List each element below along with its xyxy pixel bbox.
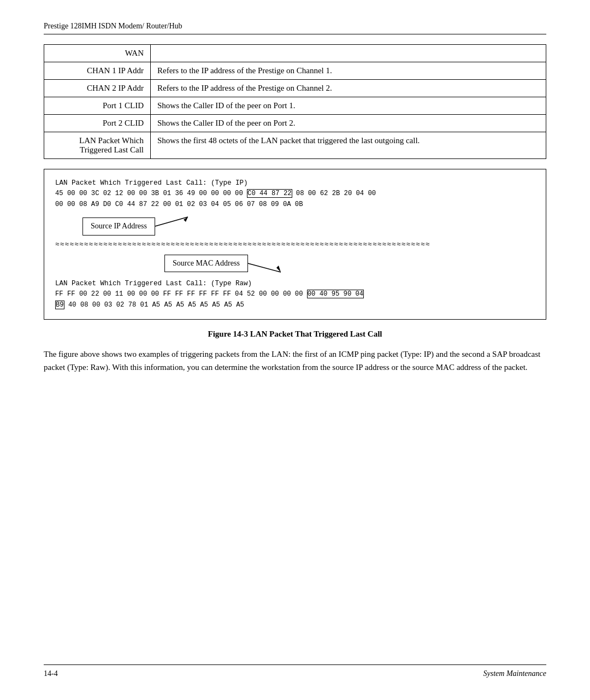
table-cell-desc: Shows the first 48 octets of the LAN pac… xyxy=(151,132,546,159)
table-cell-label: Port 1 CLID xyxy=(44,97,151,115)
table-cell-desc: Shows the Caller ID of the peer on Port … xyxy=(151,115,546,132)
table-row: LAN Packet Which Triggered Last Call Sho… xyxy=(44,132,546,159)
table-cell-desc: Refers to the IP address of the Prestige… xyxy=(151,80,546,97)
source-ip-label: Source IP Address xyxy=(82,217,155,235)
hex-highlight-mac1: 00 40 95 90 04 xyxy=(307,290,364,298)
figure-caption: Figure 14-3 LAN Packet That Triggered La… xyxy=(44,330,546,339)
top-packet-line2: 00 00 08 A9 D0 C0 44 87 22 00 01 02 03 0… xyxy=(55,199,535,210)
table-cell-desc xyxy=(151,45,546,62)
table-cell-desc: Refers to the IP address of the Prestige… xyxy=(151,62,546,80)
svg-line-0 xyxy=(155,217,188,226)
table-cell-label: WAN xyxy=(44,45,151,62)
bottom-packet-line2: B9 40 08 00 03 02 78 01 A5 A5 A5 A5 A5 A… xyxy=(55,300,535,311)
footer-page: 14-4 xyxy=(44,669,58,678)
svg-line-2 xyxy=(248,263,281,272)
table-row: Port 1 CLID Shows the Caller ID of the p… xyxy=(44,97,546,115)
bottom-packet-line1: FF FF 00 22 00 11 00 00 00 FF FF FF FF F… xyxy=(55,289,535,300)
source-ip-callout: Source IP Address xyxy=(82,215,535,237)
table-row: WAN xyxy=(44,45,546,62)
source-mac-callout: Source MAC Address xyxy=(164,252,535,274)
page-header: Prestige 128IMH ISDN Modem/ Router/Hub xyxy=(44,22,546,34)
header-title: Prestige 128IMH ISDN Modem/ Router/Hub xyxy=(44,22,182,30)
table-cell-label: CHAN 1 IP Addr xyxy=(44,62,151,80)
top-packet-line1: 45 00 00 3C 02 12 00 00 3B 01 36 49 00 0… xyxy=(55,189,535,199)
table-cell-label: LAN Packet Which Triggered Last Call xyxy=(44,132,151,159)
top-packet-label: LAN Packet Which Triggered Last Call: (T… xyxy=(55,178,535,189)
source-mac-label: Source MAC Address xyxy=(164,255,248,272)
page: Prestige 128IMH ISDN Modem/ Router/Hub W… xyxy=(0,0,590,700)
diagram-content: LAN Packet Which Triggered Last Call: (T… xyxy=(55,178,535,310)
table-row: Port 2 CLID Shows the Caller ID of the p… xyxy=(44,115,546,132)
wavy-divider: ≈≈≈≈≈≈≈≈≈≈≈≈≈≈≈≈≈≈≈≈≈≈≈≈≈≈≈≈≈≈≈≈≈≈≈≈≈≈≈≈… xyxy=(55,240,535,249)
footer-section: System Maintenance xyxy=(483,669,546,678)
source-mac-arrow xyxy=(248,252,297,274)
source-ip-arrow xyxy=(155,215,204,237)
table-cell-label: CHAN 2 IP Addr xyxy=(44,80,151,97)
table-row: CHAN 1 IP Addr Refers to the IP address … xyxy=(44,62,546,80)
bottom-packet-label: LAN Packet Which Triggered Last Call: (T… xyxy=(55,279,535,289)
table-cell-label: Port 2 CLID xyxy=(44,115,151,132)
wan-label: WAN xyxy=(125,49,144,57)
hex-highlight-mac2: B9 xyxy=(55,301,64,309)
page-footer: 14-4 System Maintenance xyxy=(44,664,546,678)
table-cell-desc: Shows the Caller ID of the peer on Port … xyxy=(151,97,546,115)
main-table: WAN CHAN 1 IP Addr Refers to the IP addr… xyxy=(44,44,546,159)
body-text: The figure above shows two examples of t… xyxy=(44,348,546,374)
table-row: CHAN 2 IP Addr Refers to the IP address … xyxy=(44,80,546,97)
diagram-box: LAN Packet Which Triggered Last Call: (T… xyxy=(44,169,546,320)
hex-highlight-ip: C0 44 87 22 xyxy=(247,189,292,198)
